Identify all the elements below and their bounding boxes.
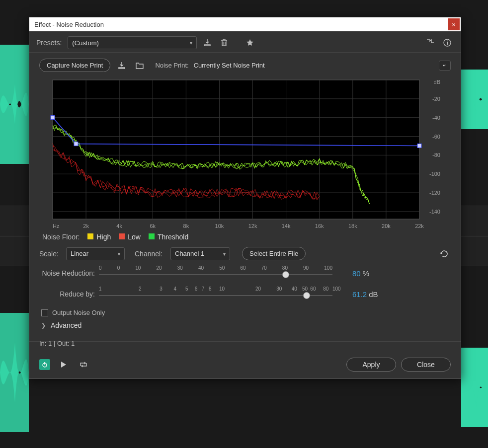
noise-spectrum-chart[interactable]: dB-20-40-60-80-100-120-140Hz2k4k6k8k10k1… (49, 77, 441, 230)
reduce-by-unit: dB (369, 290, 378, 299)
svg-text:-100: -100 (429, 171, 440, 177)
info-icon[interactable] (441, 36, 454, 49)
presets-dropdown[interactable]: (Custom) ▾ (68, 36, 197, 49)
channel-value: Channel 1 (175, 250, 204, 257)
noise-floor-label: Noise Floor: (42, 233, 80, 241)
output-noise-only-label: Output Noise Only (52, 309, 105, 316)
svg-text:10k: 10k (215, 223, 224, 229)
chevron-down-icon: ▾ (223, 251, 226, 256)
advanced-disclosure[interactable]: ❯ Advanced (41, 321, 451, 329)
output-noise-only-checkbox[interactable] (41, 309, 48, 316)
svg-text:4k: 4k (116, 223, 122, 229)
reduce-by-slider[interactable]: 1234567810203040506080100 (99, 286, 332, 302)
svg-text:16k: 16k (315, 223, 324, 229)
svg-text:20k: 20k (382, 223, 391, 229)
svg-rect-41 (51, 116, 55, 120)
svg-text:22k: 22k (415, 223, 424, 229)
scale-label: Scale: (39, 250, 61, 258)
svg-rect-2 (447, 42, 448, 45)
noise-reduction-value[interactable]: 80 (352, 269, 361, 278)
reduce-by-value[interactable]: 61.2 (352, 290, 367, 299)
select-entire-file-button[interactable]: Select Entire File (242, 247, 306, 260)
svg-text:-40: -40 (432, 115, 440, 121)
noise-print-value: Currently Set Noise Print (194, 62, 265, 69)
open-folder-icon[interactable] (133, 59, 146, 72)
favorite-icon[interactable] (244, 36, 256, 49)
save-preset-icon[interactable] (201, 36, 214, 49)
legend-low-label: Low (128, 233, 141, 241)
noise-reduction-dialog: Effect - Noise Reduction × Presets: (Cus… (29, 17, 461, 379)
svg-text:6k: 6k (150, 223, 156, 229)
legend: Noise Floor: High Low Threshold (42, 233, 451, 241)
io-text: In: 1 | Out: 1 (39, 340, 75, 347)
legend-threshold-swatch (149, 233, 155, 239)
svg-point-1 (447, 41, 448, 42)
svg-text:-60: -60 (432, 134, 440, 140)
noise-reduction-slider[interactable]: 00102030405060708090100 (99, 265, 332, 281)
slider-thumb[interactable] (282, 271, 289, 278)
power-toggle-button[interactable] (39, 359, 50, 370)
noise-reduction-slider-label: Noise Reduction: (39, 269, 99, 277)
window-title: Effect - Noise Reduction (34, 21, 104, 28)
svg-text:14k: 14k (282, 223, 291, 229)
legend-high-label: High (96, 233, 111, 241)
svg-text:18k: 18k (348, 223, 357, 229)
svg-text:-20: -20 (432, 96, 440, 102)
close-button[interactable]: Close (401, 358, 451, 372)
routing-icon[interactable] (424, 36, 437, 49)
advanced-label: Advanced (51, 321, 81, 329)
graph-mode-toggle[interactable]: ▪▫ (439, 61, 451, 71)
svg-text:Hz: Hz (53, 223, 60, 229)
legend-low-swatch (119, 233, 125, 239)
titlebar: Effect - Noise Reduction × (29, 17, 461, 31)
background-waveform (461, 70, 488, 129)
scale-dropdown[interactable]: Linear ▾ (66, 247, 125, 260)
background-waveform (0, 313, 29, 432)
presets-value: (Custom) (72, 39, 98, 47)
channel-label: Channel: (135, 250, 165, 258)
svg-text:12k: 12k (248, 223, 257, 229)
presets-label: Presets: (36, 39, 62, 47)
delete-preset-icon[interactable] (218, 36, 231, 49)
noise-print-label: Noise Print: (155, 62, 188, 69)
loop-button[interactable] (77, 358, 90, 371)
apply-button[interactable]: Apply (346, 358, 396, 372)
chevron-right-icon: ❯ (41, 322, 46, 329)
background-waveform (0, 45, 29, 164)
noise-reduction-unit: % (363, 269, 369, 278)
legend-high-swatch (87, 233, 93, 239)
slider-thumb[interactable] (303, 292, 310, 299)
preset-toolbar: Presets: (Custom) ▾ (29, 31, 461, 53)
capture-noise-print-button[interactable]: Capture Noise Print (39, 59, 110, 72)
chevron-down-icon: ▾ (118, 251, 120, 256)
svg-text:8k: 8k (183, 223, 189, 229)
svg-rect-42 (74, 142, 78, 146)
channel-dropdown[interactable]: Channel 1 ▾ (170, 247, 230, 260)
legend-threshold-label: Threshold (158, 233, 188, 241)
play-preview-button[interactable] (57, 358, 70, 371)
close-window-button[interactable]: × (448, 18, 460, 30)
svg-text:-120: -120 (429, 190, 440, 196)
svg-text:dB: dB (434, 79, 440, 85)
svg-rect-43 (417, 144, 421, 148)
svg-text:-80: -80 (432, 152, 440, 158)
svg-text:2k: 2k (83, 223, 89, 229)
svg-text:-140: -140 (429, 209, 440, 215)
background-waveform (461, 348, 488, 427)
reset-icon[interactable] (438, 247, 451, 260)
scale-value: Linear (71, 250, 88, 257)
chevron-down-icon: ▾ (190, 40, 192, 46)
load-noise-print-icon[interactable] (115, 59, 128, 72)
reduce-by-slider-label: Reduce by: (39, 290, 99, 298)
